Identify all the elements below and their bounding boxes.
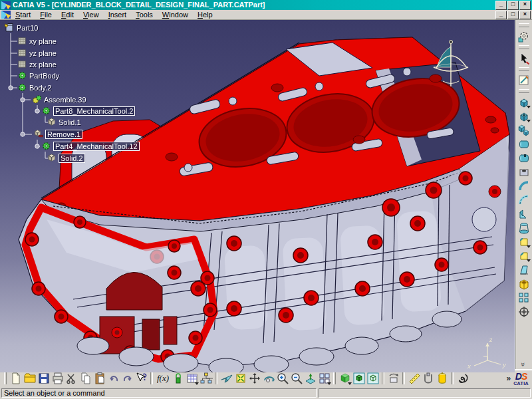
tree-item-xy-plane[interactable]: xy plane xyxy=(17,36,57,46)
fly-mode-icon[interactable] xyxy=(219,372,233,386)
formula-icon[interactable]: f(x) xyxy=(155,373,171,384)
pan-icon[interactable] xyxy=(247,372,261,386)
fit-all-in-icon[interactable] xyxy=(233,372,247,386)
relations-icon[interactable] xyxy=(199,372,213,386)
tree-item-solid2[interactable]: Solid.2 xyxy=(47,153,85,163)
tree-item-part10[interactable]: Part10 xyxy=(4,23,38,33)
select-icon[interactable] xyxy=(517,51,531,65)
axis-z-label: z xyxy=(489,335,493,343)
restore-button[interactable]: □ xyxy=(507,1,519,10)
bottom-toolbar-overflow-chevron[interactable]: » xyxy=(505,374,512,383)
tree-item-label: Part10 xyxy=(17,24,38,32)
tree-item-label: Solid.1 xyxy=(59,118,81,126)
menu-start[interactable]: Start xyxy=(11,10,35,19)
rib-icon[interactable] xyxy=(517,179,531,193)
toolbar-drag-handle[interactable] xyxy=(333,372,336,384)
pattern-icon[interactable] xyxy=(517,291,531,305)
tree-item-zx-plane[interactable]: zx plane xyxy=(17,59,57,69)
toolbar-separator xyxy=(382,372,384,384)
menu-tools[interactable]: Tools xyxy=(131,10,158,19)
axis-system-icon[interactable] xyxy=(517,305,531,319)
tree-item-solid1[interactable]: Solid.1 xyxy=(47,117,81,127)
groove-icon[interactable] xyxy=(517,151,531,165)
new-document-icon[interactable] xyxy=(9,372,23,386)
wireframe-icon[interactable] xyxy=(366,372,380,386)
undo-icon[interactable] xyxy=(106,372,120,386)
tree-item-remove1[interactable]: Remove.1 xyxy=(33,129,82,139)
measure-inertia-icon[interactable] xyxy=(421,372,435,386)
menu-file[interactable]: File xyxy=(35,10,57,19)
minimize-button[interactable]: _ xyxy=(495,1,507,10)
multi-pad-icon[interactable] xyxy=(517,123,531,137)
tree-item-label: Remove.1 xyxy=(45,130,82,139)
rotate-icon[interactable] xyxy=(261,372,275,386)
whats-this-icon[interactable] xyxy=(134,372,148,386)
pocket-icon[interactable] xyxy=(517,109,531,123)
menu-view[interactable]: View xyxy=(78,10,104,19)
toolbar-drag-handle[interactable] xyxy=(4,372,7,384)
draft-icon[interactable] xyxy=(517,263,531,277)
part-design-workbench-icon[interactable] xyxy=(517,29,531,43)
tree-item-label: xy plane xyxy=(29,37,57,45)
tree-item-part4-mechanicaltool12[interactable]: Part4_MechanicalTool.12 xyxy=(41,141,140,151)
close-button[interactable]: × xyxy=(519,1,531,10)
apply-material-icon[interactable] xyxy=(435,372,449,386)
knowledge-icon[interactable] xyxy=(171,372,185,386)
menu-insert[interactable]: Insert xyxy=(104,10,132,19)
catalog-browser-icon[interactable] xyxy=(456,372,469,386)
measure-between-icon[interactable] xyxy=(407,372,421,386)
shaft-icon[interactable] xyxy=(517,137,531,151)
tree-item-partbody[interactable]: PartBody xyxy=(17,70,59,80)
toolbar-drag-handle[interactable] xyxy=(519,67,529,71)
toolbar-drag-handle[interactable] xyxy=(519,23,529,27)
toolbar-drag-handle[interactable] xyxy=(519,45,529,49)
body-gear-icon xyxy=(17,70,27,80)
chamfer-icon[interactable] xyxy=(517,249,531,263)
right-toolbar-overflow-chevron[interactable]: » xyxy=(521,362,527,366)
menu-window[interactable]: Window xyxy=(158,10,193,19)
menu-edit[interactable]: Edit xyxy=(57,10,78,19)
title-bar[interactable]: CATIA V5 - [CYLINDER_BLOCK_DETAIL_DESIGN… xyxy=(0,0,532,10)
open-icon[interactable] xyxy=(23,372,37,386)
pad-icon[interactable] xyxy=(517,95,531,109)
loft-icon[interactable] xyxy=(517,221,531,235)
redo-icon[interactable] xyxy=(120,372,134,386)
solid-cube-icon xyxy=(47,117,57,127)
cut-icon[interactable] xyxy=(65,372,78,386)
tree-item-body2[interactable]: Body.2 xyxy=(17,82,51,92)
shell-icon[interactable] xyxy=(517,277,531,291)
tree-item-yz-plane[interactable]: yz plane xyxy=(17,48,57,58)
tree-item-label: Part8_MechanicalTool.2 xyxy=(53,106,135,116)
tree-item-label: Body.2 xyxy=(29,84,51,92)
sketcher-icon[interactable] xyxy=(517,73,531,87)
tree-item-label: zx plane xyxy=(29,61,57,68)
zoom-in-icon[interactable] xyxy=(275,372,289,386)
slot-icon[interactable] xyxy=(517,193,531,207)
toolbar-drag-handle[interactable] xyxy=(519,89,529,93)
mdi-close-button[interactable]: × xyxy=(519,11,531,19)
print-icon[interactable] xyxy=(51,372,65,386)
stiffener-icon[interactable] xyxy=(517,207,531,221)
mdi-restore-button[interactable]: □ xyxy=(507,11,519,19)
design-table-icon[interactable] xyxy=(185,372,199,386)
menu-help[interactable]: Help xyxy=(193,10,217,19)
tree-item-assemble39[interactable]: Assemble.39 xyxy=(32,94,86,104)
paste-icon[interactable] xyxy=(92,372,106,386)
shading-icon[interactable] xyxy=(338,372,352,386)
viewport-3d[interactable]: z x y xyxy=(0,20,515,372)
fillet-icon[interactable] xyxy=(517,235,531,249)
command-input-field[interactable] xyxy=(319,388,531,398)
zoom-out-icon[interactable] xyxy=(289,372,303,386)
tree-item-part8-mechanicaltool2[interactable]: Part8_MechanicalTool.2 xyxy=(41,106,135,116)
mdi-minimize-button[interactable]: _ xyxy=(495,11,507,19)
multi-view-icon[interactable] xyxy=(317,372,331,386)
toolbar-separator xyxy=(150,372,153,384)
plane-icon xyxy=(17,36,27,46)
copy-icon[interactable] xyxy=(78,372,92,386)
normal-view-icon[interactable] xyxy=(303,372,317,386)
save-icon[interactable] xyxy=(37,372,51,386)
axis-x-label: x xyxy=(467,362,471,370)
hole-icon[interactable] xyxy=(517,165,531,179)
swap-visible-space-icon[interactable] xyxy=(386,372,400,386)
shading-with-edges-icon[interactable] xyxy=(352,372,366,386)
